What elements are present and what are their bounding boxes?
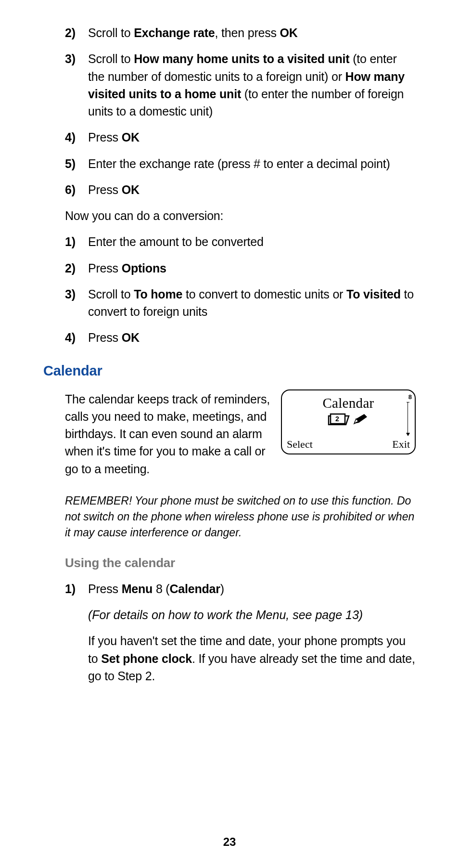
softkey-select: Select [287,438,313,451]
step-text: Press Menu 8 (Calendar) [88,580,224,597]
step-number: 1) [65,233,88,250]
remember-note: REMEMBER! Your phone must be switched on… [65,493,416,541]
calendar-page-icon: 2 [328,413,350,426]
step-text: Scroll to To home to convert to domestic… [88,285,416,321]
step-a6: 6) Press OK [65,181,416,198]
pencil-icon [353,413,369,426]
step-a2: 2) Scroll to Exchange rate, then press O… [65,24,416,41]
step-number: 5) [65,155,88,172]
step-b1: 1) Enter the amount to be converted [65,233,416,250]
step-a4: 4) Press OK [65,129,416,146]
step-text: Enter the exchange rate (press # to ente… [88,155,390,172]
step-text: Press Options [88,259,166,277]
step-number: 2) [65,24,88,41]
step-number: 6) [65,181,88,198]
step-a5: 5) Enter the exchange rate (press # to e… [65,155,416,172]
step-number: 3) [65,285,88,321]
step-number: 4) [65,329,88,346]
subsection-using-calendar: Using the calendar [65,556,416,570]
using-step-1-para: If you haven't set the time and date, yo… [88,632,416,685]
step-b4: 4) Press OK [65,329,416,346]
step-number: 4) [65,129,88,146]
phone-screen-title: Calendar [282,395,415,411]
step-text: Scroll to Exchange rate, then press OK [88,24,298,41]
using-step-1-note: (For details on how to work the Menu, se… [88,606,416,623]
page-number: 23 [0,835,459,849]
section-heading-calendar: Calendar [43,363,416,379]
step-b3: 3) Scroll to To home to convert to domes… [65,285,416,321]
step-number: 3) [65,50,88,120]
phone-screen-icons: 2 [282,413,415,426]
content-area: 2) Scroll to Exchange rate, then press O… [43,24,416,347]
calendar-intro: The calendar keeps track of reminders, c… [65,390,270,478]
step-text: Enter the amount to be converted [88,233,264,250]
step-a3: 3) Scroll to How many home units to a vi… [65,50,416,120]
step-number: 1) [65,580,88,597]
manual-page: 2) Scroll to Exchange rate, then press O… [0,0,459,868]
step-text: Press OK [88,129,140,146]
svg-text:2: 2 [335,415,339,423]
bridge-text: Now you can do a conversion: [65,207,416,224]
step-text: Press OK [88,181,140,198]
step-text: Scroll to How many home units to a visit… [88,50,416,120]
calendar-content: The calendar keeps track of reminders, c… [43,389,416,685]
softkey-exit: Exit [392,438,410,451]
step-text: Press OK [88,329,140,346]
menu-number: 8 [408,393,412,401]
calendar-intro-row: The calendar keeps track of reminders, c… [65,389,416,486]
step-b2: 2) Press Options [65,259,416,277]
phone-screen-illustration: Calendar 2 [281,389,416,454]
step-number: 2) [65,259,88,277]
phone-softkeys: Select Exit [287,438,410,451]
using-step-1: 1) Press Menu 8 (Calendar) [65,580,416,597]
